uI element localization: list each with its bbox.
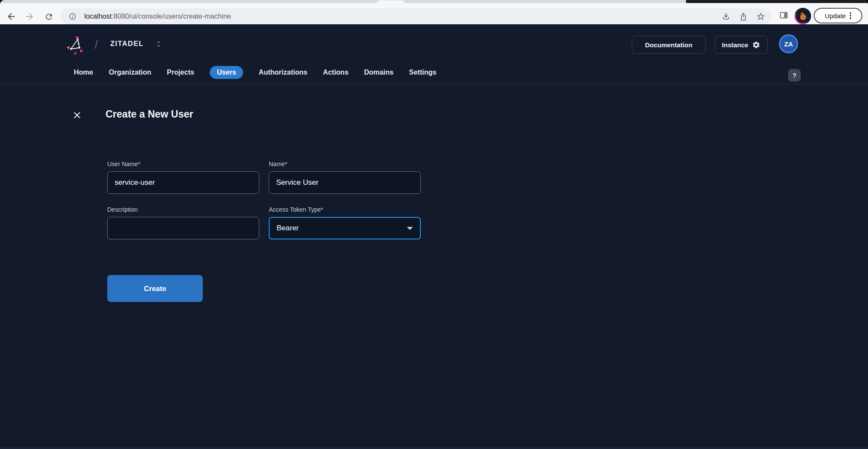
browser-toolbar: localhost:8080/ui/console/users/create-m… bbox=[0, 3, 868, 24]
more-vert-icon bbox=[850, 12, 851, 19]
description-input[interactable] bbox=[107, 217, 259, 239]
close-icon bbox=[72, 110, 83, 121]
zitadel-logo[interactable] bbox=[65, 35, 86, 56]
description-label: Description bbox=[107, 206, 259, 213]
user-avatar[interactable]: ZA bbox=[779, 34, 798, 53]
org-switcher[interactable]: ZITADEL bbox=[110, 40, 162, 48]
browser-profile-avatar[interactable] bbox=[795, 8, 811, 24]
url-host: localhost bbox=[84, 13, 112, 20]
url-text: localhost:8080/ui/console/users/create-m… bbox=[84, 8, 231, 25]
documentation-label: Documentation bbox=[645, 41, 692, 49]
browser-tab-strip bbox=[0, 0, 868, 3]
site-info-icon[interactable] bbox=[69, 13, 76, 22]
update-label: Update bbox=[825, 12, 846, 20]
browser-window: localhost:8080/ui/console/users/create-m… bbox=[0, 0, 868, 449]
forward-button[interactable] bbox=[24, 11, 35, 22]
bookmark-star-icon[interactable] bbox=[756, 12, 766, 21]
zitadel-console: / ZITADEL Documentation Instance ZA Home… bbox=[0, 24, 868, 449]
name-input[interactable] bbox=[269, 171, 421, 194]
unfold-more-icon bbox=[155, 40, 162, 48]
share-button[interactable] bbox=[739, 12, 748, 21]
download-button[interactable] bbox=[721, 12, 731, 21]
nav-tab-settings[interactable]: Settings bbox=[409, 66, 436, 79]
gear-icon bbox=[752, 41, 760, 49]
back-arrow-icon bbox=[6, 11, 17, 22]
nav-tab-organization[interactable]: Organization bbox=[109, 66, 151, 79]
nav-tab-actions[interactable]: Actions bbox=[323, 66, 349, 79]
avatar-initials: ZA bbox=[784, 40, 793, 48]
nav-tab-domains[interactable]: Domains bbox=[364, 66, 394, 79]
refresh-icon bbox=[44, 12, 53, 21]
access-token-type-field-group: Access Token Type* Bearer bbox=[269, 206, 421, 239]
nav-tab-projects[interactable]: Projects bbox=[167, 66, 194, 79]
help-button[interactable]: ? bbox=[788, 69, 801, 82]
url-bar[interactable]: localhost:8080/ui/console/users/create-m… bbox=[61, 8, 772, 25]
nav-tab-home[interactable]: Home bbox=[74, 66, 93, 79]
tab-strip-dark-segment bbox=[686, 0, 868, 3]
chevron-down-icon bbox=[407, 227, 413, 230]
access-token-type-label: Access Token Type* bbox=[269, 206, 421, 213]
bottom-scrollbar-track bbox=[0, 447, 868, 449]
back-button[interactable] bbox=[6, 11, 17, 22]
zitadel-logo-icon bbox=[65, 35, 86, 56]
access-token-type-value: Bearer bbox=[277, 224, 299, 233]
update-button[interactable]: Update bbox=[814, 8, 862, 23]
username-input[interactable] bbox=[107, 171, 259, 194]
page-title: Create a New User bbox=[106, 108, 193, 120]
breadcrumb-slash: / bbox=[95, 38, 98, 52]
create-button[interactable]: Create bbox=[107, 275, 203, 302]
main-nav: Home Organization Projects Users Authori… bbox=[74, 66, 436, 79]
username-label: User Name* bbox=[107, 161, 259, 167]
close-button[interactable] bbox=[71, 109, 83, 121]
profile-avatar-image bbox=[796, 9, 810, 23]
access-token-type-select[interactable]: Bearer bbox=[269, 217, 421, 239]
help-label: ? bbox=[792, 72, 796, 79]
app-header: / ZITADEL Documentation Instance ZA Home… bbox=[0, 24, 868, 84]
org-name: ZITADEL bbox=[110, 40, 144, 48]
forward-arrow-icon bbox=[24, 11, 35, 22]
side-panel-icon bbox=[779, 10, 789, 20]
documentation-button[interactable]: Documentation bbox=[632, 36, 706, 54]
username-field-group: User Name* bbox=[107, 161, 259, 194]
name-field-group: Name* bbox=[269, 161, 421, 194]
url-path: :8080/ui/console/users/create-machine bbox=[112, 13, 231, 20]
side-panel-button[interactable] bbox=[779, 10, 789, 22]
nav-tab-users[interactable]: Users bbox=[210, 66, 243, 79]
instance-label: Instance bbox=[722, 41, 749, 49]
instance-button[interactable]: Instance bbox=[715, 36, 768, 54]
refresh-button[interactable] bbox=[43, 11, 54, 22]
nav-tab-authorizations[interactable]: Authorizations bbox=[259, 66, 307, 79]
description-field-group: Description bbox=[107, 206, 259, 239]
name-label: Name* bbox=[269, 161, 421, 167]
